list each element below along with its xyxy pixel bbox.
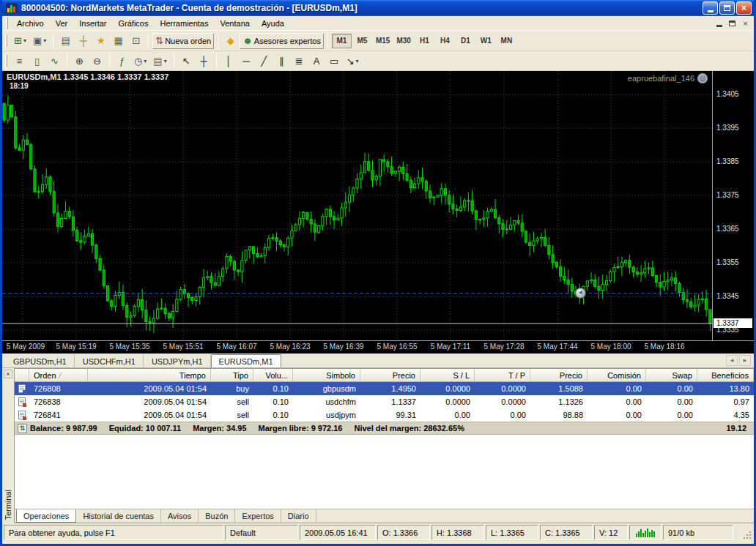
column-header-orden[interactable]: Orden∕ <box>29 369 88 381</box>
column-header-precio[interactable]: Precio <box>360 369 420 381</box>
timeframe-h1-button[interactable]: H1 <box>415 34 434 48</box>
new-chart-button[interactable]: ⊞▾ <box>11 33 29 49</box>
order-type-icon-cell <box>15 384 29 393</box>
menu-archivo[interactable]: Archivo <box>11 18 50 29</box>
expert-advisors-button[interactable]: ☻Asesores expertos <box>240 33 324 49</box>
terminal-tab-historial-de-cuentas[interactable]: Historial de cuentas <box>76 509 161 523</box>
cell-volu: 0.10 <box>253 384 293 393</box>
line-chart-button[interactable]: ∿ <box>46 53 63 69</box>
market-watch-button[interactable]: ▤ <box>57 33 74 49</box>
arrows-dropdown-icon: ▾ <box>356 58 359 64</box>
terminal-tab-diario[interactable]: Diario <box>281 509 316 523</box>
zoom-out-button[interactable]: ⊖ <box>89 53 105 69</box>
menu-herramientas[interactable]: Herramientas <box>154 18 214 29</box>
column-header-tiempo[interactable]: Tiempo <box>88 369 211 381</box>
terminal-tab-buz-n[interactable]: Buzón <box>199 509 235 523</box>
fibonacci-retracement-button[interactable]: ≣ <box>291 53 308 69</box>
periods-button[interactable]: ◷▾ <box>131 53 149 69</box>
scroll-right-button[interactable]: ► <box>739 355 751 366</box>
timeframe-w1-button[interactable]: W1 <box>476 34 496 48</box>
column-header-simbolo[interactable]: Simbolo <box>293 369 360 381</box>
ea-smiley-icon[interactable]: ☺ <box>697 73 708 83</box>
menubar-grip[interactable] <box>6 18 8 29</box>
close-button[interactable]: × <box>736 1 752 15</box>
cell-comisi-n: 0.00 <box>588 384 646 393</box>
menu-gr-ficos[interactable]: Gráficos <box>113 18 155 29</box>
table-row[interactable]: 7268082009.05.04 01:54buy0.10gbpusdm1.49… <box>15 382 754 395</box>
chart-tab-usdjpym-h1[interactable]: USDJPYm,H1 <box>144 354 211 367</box>
templates-icon: ▤ <box>153 56 162 66</box>
timeframe-m5-button[interactable]: M5 <box>352 34 372 48</box>
timeframe-m15-button[interactable]: M15 <box>373 34 393 48</box>
scroll-left-button[interactable]: ◄ <box>726 355 738 366</box>
arrows-button[interactable]: ↘▾ <box>344 53 362 69</box>
menu-insertar[interactable]: Insertar <box>73 18 112 29</box>
terminal-tab-expertos[interactable]: Expertos <box>235 509 281 523</box>
equidistant-channel-button[interactable]: ∥ <box>273 53 290 69</box>
timeframe-d1-button[interactable]: D1 <box>456 34 475 48</box>
table-row[interactable]: 7268382009.05.04 01:54sell0.10usdchfm1.1… <box>15 395 754 408</box>
minimize-button[interactable] <box>703 1 718 15</box>
text-label-button[interactable]: ▭ <box>326 53 343 69</box>
column-header-volu[interactable]: Volu... <box>253 369 293 381</box>
price-axis-label: 1.3385 <box>716 157 739 166</box>
column-header-comisi-n[interactable]: Comisión <box>588 369 646 381</box>
horizontal-line-button[interactable]: ─ <box>238 53 255 69</box>
resize-grip-icon[interactable] <box>741 525 752 540</box>
terminal-window-button[interactable]: ▦ <box>110 33 127 49</box>
chart-tab-gbpusdm-h1[interactable]: GBPUSDm,H1 <box>5 354 75 367</box>
marker-arrow-icon: ◄ <box>577 290 583 296</box>
chart-plot[interactable]: EURUSDm,M1 1.3345 1.3346 1.3337 1.3337 1… <box>2 71 713 340</box>
text-button[interactable]: A <box>308 53 325 69</box>
column-header-swap[interactable]: Swap <box>646 369 697 381</box>
balance-item: Margen: 34.95 <box>193 424 246 433</box>
mdi-minimize-button[interactable] <box>713 18 725 29</box>
menu-ver[interactable]: Ver <box>50 18 74 29</box>
trendline-button[interactable]: ╱ <box>256 53 273 69</box>
mdi-close-button[interactable]: × <box>739 18 752 29</box>
mdi-restore-button[interactable] <box>726 18 738 29</box>
statusbar: Para obtener ayuda, pulse F1Default2009.… <box>2 523 754 542</box>
profiles-button[interactable]: ▣▾ <box>30 33 49 49</box>
candlestick-chart-button[interactable]: ▯ <box>29 53 45 69</box>
new-order-button[interactable]: ⇅Nueva orden <box>152 33 214 49</box>
chart-tab-eurusdm-m1[interactable]: EURUSDm,M1 <box>211 354 281 367</box>
status-high: H: 1.3368 <box>431 525 484 540</box>
terminal-tab-operaciones[interactable]: Operaciones <box>16 509 76 523</box>
timeframe-m30-button[interactable]: M30 <box>393 34 413 48</box>
navigator-button[interactable]: ┼ <box>75 33 92 49</box>
cell-orden: 726838 <box>29 397 88 406</box>
column-header-s-l[interactable]: S / L <box>420 369 475 381</box>
timeframe-m1-button[interactable]: M1 <box>332 34 352 48</box>
menu-ventana[interactable]: Ventana <box>215 18 256 29</box>
cell-volu: 0.10 <box>253 411 293 419</box>
metaeditor-button[interactable]: ◆ <box>222 33 239 49</box>
column-header-precio[interactable]: Precio <box>530 369 588 381</box>
menu-ayuda[interactable]: Ayuda <box>256 18 290 29</box>
toolbar-grip[interactable] <box>5 55 7 67</box>
order-marker-icon[interactable]: ◄ <box>575 288 586 299</box>
titlebar[interactable]: 800004500: NordMarkets MetaTrader - Cuen… <box>2 0 754 16</box>
bar-chart-button[interactable]: ≡ <box>11 53 28 69</box>
crosshair-button[interactable]: ┼ <box>196 53 212 69</box>
app-icon <box>6 3 18 13</box>
column-header-t-p[interactable]: T / P <box>475 369 530 381</box>
column-header-beneficios[interactable]: Beneficios <box>697 369 754 381</box>
chart-tab-usdchfm-h1[interactable]: USDCHFm,H1 <box>75 354 144 367</box>
column-header-tipo[interactable]: Tipo <box>211 369 253 381</box>
timeframe-mn-button[interactable]: MN <box>497 34 516 48</box>
strategy-tester-button[interactable]: ⊡ <box>127 33 144 49</box>
terminal-close-button[interactable]: × <box>4 370 12 378</box>
terminal-tab-avisos[interactable]: Avisos <box>161 509 199 523</box>
cursor-button[interactable]: ↖ <box>178 53 195 69</box>
favorites-button[interactable]: ★ <box>92 33 109 49</box>
vertical-line-button[interactable]: │ <box>220 53 237 69</box>
indicators-button[interactable]: ƒ <box>114 53 130 69</box>
restore-button[interactable] <box>719 1 735 15</box>
zoom-in-button[interactable]: ⊕ <box>71 53 88 69</box>
templates-button[interactable]: ▤▾ <box>150 53 169 69</box>
time-axis: 5 May 20095 May 15:195 May 15:355 May 15… <box>2 340 754 354</box>
timeframe-h4-button[interactable]: H4 <box>435 34 455 48</box>
table-row[interactable]: 7268412009.05.04 01:54sell0.10usdjpym99.… <box>15 408 754 422</box>
toolbar-grip[interactable] <box>5 35 7 47</box>
